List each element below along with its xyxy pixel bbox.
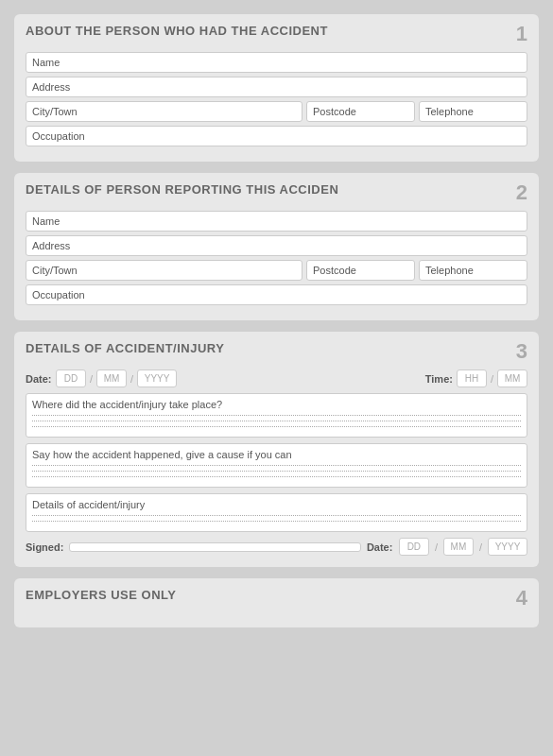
where-line-3 [32,426,521,427]
city-row-2: City/Town Postcode Telephone [26,260,527,281]
date-sep-1: / [90,373,93,385]
name-row-2: Name [26,211,527,232]
occupation-row-2: Occupation [26,284,527,305]
section-3: DETAILS OF ACCIDENT/INJURY 3 Date: DD / … [14,332,539,567]
signed-date-mm[interactable]: MM [443,538,474,556]
signed-sep-2: / [479,541,482,553]
section-4-number: 4 [516,588,527,609]
details-label: Details of accident/injury [32,499,521,510]
section-1: ABOUT THE PERSON WHO HAD THE ACCIDENT 1 … [14,14,539,162]
signed-sep-1: / [435,541,438,553]
signed-row: Signed: Date: DD / MM / YYYY [26,538,527,556]
where-label: Where did the accident/injury take place… [32,399,521,410]
signed-field[interactable] [69,542,361,552]
details-line-2 [32,521,521,522]
how-label: Say how the accident happened, give a ca… [32,449,521,460]
section-1-number: 1 [516,24,527,44]
city-row-1: City/Town Postcode Telephone [26,101,527,122]
section-4: EMPLOYERS USE ONLY 4 [14,578,539,627]
section-4-title: EMPLOYERS USE ONLY [26,588,177,602]
section-2-number: 2 [516,182,527,203]
city-field-1[interactable]: City/Town [26,101,302,122]
signed-date-dd[interactable]: DD [399,538,429,556]
how-line-3 [32,476,521,477]
where-section: Where did the accident/injury take place… [26,393,527,438]
telephone-field-2[interactable]: Telephone [419,260,527,281]
occupation-row-1: Occupation [26,126,527,146]
address-row-2: Address [26,235,527,256]
address-field-1[interactable]: Address [26,77,527,97]
telephone-field-1[interactable]: Telephone [419,101,527,122]
section-3-title: DETAILS OF ACCIDENT/INJURY [26,341,224,355]
time-label: Time: [425,373,453,385]
date-yyyy[interactable]: YYYY [137,369,177,387]
time-sep: / [491,373,493,385]
postcode-field-1[interactable]: Postcode [306,101,415,122]
name-row-1: Name [26,52,527,73]
section-4-header: EMPLOYERS USE ONLY 4 [26,588,527,609]
details-line-1 [32,515,521,516]
where-line-1 [32,415,521,416]
name-field-2[interactable]: Name [26,211,527,232]
occupation-field-2[interactable]: Occupation [26,284,527,305]
signed-date-label: Date: [367,541,393,553]
section-3-number: 3 [516,341,527,362]
section-2-header: DETAILS OF PERSON REPORTING THIS ACCIDEN… [26,182,527,203]
how-section: Say how the accident happened, give a ca… [26,443,527,488]
details-section: Details of accident/injury [26,493,527,532]
how-line-1 [32,465,521,466]
date-label: Date: [26,373,52,385]
address-row-1: Address [26,77,527,97]
signed-date-yyyy[interactable]: YYYY [488,538,527,556]
how-line-2 [32,471,521,472]
time-hh[interactable]: HH [457,369,487,387]
section-2: DETAILS OF PERSON REPORTING THIS ACCIDEN… [14,173,539,320]
date-time-row: Date: DD / MM / YYYY Time: HH / MM [26,369,527,387]
address-field-2[interactable]: Address [26,235,527,256]
where-line-2 [32,421,521,421]
section-3-header: DETAILS OF ACCIDENT/INJURY 3 [26,341,527,362]
name-field-1[interactable]: Name [26,52,527,73]
occupation-field-1[interactable]: Occupation [26,126,527,146]
section-1-title: ABOUT THE PERSON WHO HAD THE ACCIDENT [26,24,328,38]
city-field-2[interactable]: City/Town [26,260,302,281]
section-2-title: DETAILS OF PERSON REPORTING THIS ACCIDEN [26,182,338,197]
date-mm[interactable]: MM [96,369,127,387]
section-1-header: ABOUT THE PERSON WHO HAD THE ACCIDENT 1 [26,24,527,44]
signed-label: Signed: [26,541,63,553]
postcode-field-2[interactable]: Postcode [306,260,415,281]
time-mm[interactable]: MM [497,369,527,387]
date-sep-2: / [130,373,133,385]
date-dd[interactable]: DD [56,369,86,387]
